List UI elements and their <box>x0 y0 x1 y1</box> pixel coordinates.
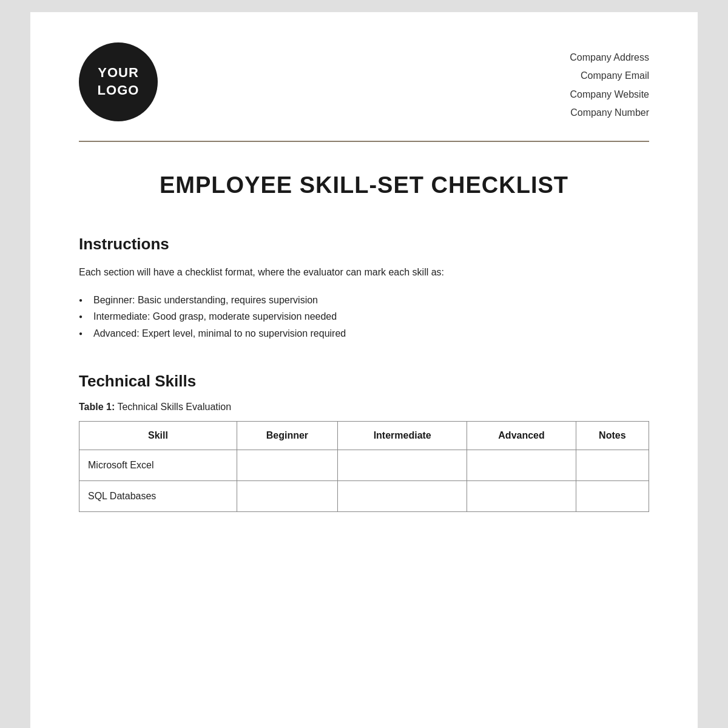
bullet-list: Beginner: Basic understanding, requires … <box>79 292 649 342</box>
company-website: Company Website <box>570 86 649 104</box>
col-beginner: Beginner <box>237 421 337 450</box>
col-skill: Skill <box>79 421 237 450</box>
header: YOUR LOGO Company Address Company Email … <box>79 42 649 135</box>
beginner-cell[interactable] <box>237 450 337 480</box>
company-address: Company Address <box>570 49 649 67</box>
main-title: EMPLOYEE SKILL-SET CHECKLIST <box>79 172 649 198</box>
skill-name: Microsoft Excel <box>79 450 237 480</box>
company-info: Company Address Company Email Company We… <box>570 49 649 123</box>
list-item: Intermediate: Good grasp, moderate super… <box>79 308 649 325</box>
header-divider <box>79 141 649 142</box>
list-item: Advanced: Expert level, minimal to no su… <box>79 325 649 342</box>
skills-table: Skill Beginner Intermediate Advanced Not… <box>79 421 649 512</box>
skill-name: SQL Databases <box>79 480 237 511</box>
table-header-row: Skill Beginner Intermediate Advanced Not… <box>79 421 649 450</box>
notes-cell[interactable] <box>576 480 649 511</box>
logo-line2: LOGO <box>98 82 140 99</box>
col-intermediate: Intermediate <box>337 421 467 450</box>
table-row: SQL Databases <box>79 480 649 511</box>
table-row: Microsoft Excel <box>79 450 649 480</box>
page: YOUR LOGO Company Address Company Email … <box>30 12 698 728</box>
table-label: Table 1: Technical Skills Evaluation <box>79 402 649 413</box>
table-label-text: Technical Skills Evaluation <box>115 402 231 412</box>
table-label-bold: Table 1: <box>79 402 115 412</box>
advanced-cell[interactable] <box>467 480 576 511</box>
company-email: Company Email <box>570 67 649 85</box>
advanced-cell[interactable] <box>467 450 576 480</box>
instructions-heading: Instructions <box>79 235 649 254</box>
col-advanced: Advanced <box>467 421 576 450</box>
beginner-cell[interactable] <box>237 480 337 511</box>
instructions-intro: Each section will have a checklist forma… <box>79 265 649 280</box>
instructions-section: Instructions Each section will have a ch… <box>79 235 649 342</box>
logo-line1: YOUR <box>98 64 139 82</box>
intermediate-cell[interactable] <box>337 450 467 480</box>
technical-skills-heading: Technical Skills <box>79 372 649 391</box>
logo: YOUR LOGO <box>79 42 158 121</box>
col-notes: Notes <box>576 421 649 450</box>
technical-skills-section: Technical Skills Table 1: Technical Skil… <box>79 372 649 512</box>
intermediate-cell[interactable] <box>337 480 467 511</box>
list-item: Beginner: Basic understanding, requires … <box>79 292 649 308</box>
company-number: Company Number <box>570 104 649 122</box>
notes-cell[interactable] <box>576 450 649 480</box>
